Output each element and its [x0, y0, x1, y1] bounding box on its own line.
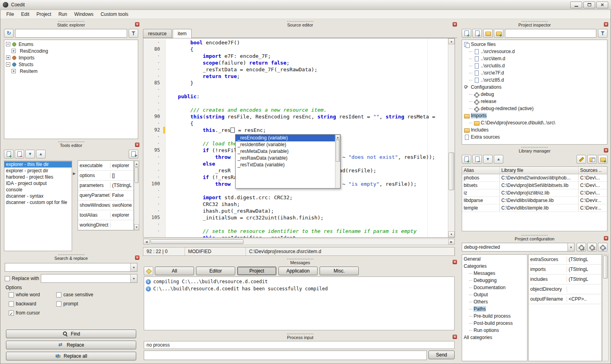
tool-list-item[interactable]: IDA - project output [4, 180, 72, 187]
property-row[interactable]: options [] [78, 171, 133, 181]
code-line[interactable]: 92 this._res = resEnc; [143, 127, 448, 133]
scroll-thumb[interactable] [150, 239, 244, 244]
library-row[interactable]: bitsets C:\Dev\dproj\bitSet\lib\bitsets.… [462, 182, 607, 189]
symbol-filter-input[interactable] [15, 29, 127, 38]
clone-config-button[interactable] [598, 243, 607, 252]
remove-config-button[interactable] [587, 243, 597, 252]
property-value[interactable]: (TStringL [567, 257, 601, 262]
property-row[interactable]: outputFilename <CPP>.. [529, 294, 601, 304]
add-library-folder-button[interactable] [598, 155, 607, 164]
dropdown-arrow-icon[interactable]: ▼ [130, 263, 137, 271]
checkbox-box[interactable] [56, 301, 61, 307]
code-line[interactable]: 85 } [143, 80, 448, 86]
tool-list-item[interactable]: dscanner - custom opt for file [4, 199, 72, 206]
scroll-left-arrow[interactable]: ◀ [143, 239, 150, 244]
tool-list-item[interactable]: explorer - project dir [4, 168, 72, 174]
dropdown-arrow-icon[interactable]: ▼ [567, 243, 574, 251]
completion-item[interactable]: _resMetaData (variable) [236, 148, 335, 155]
process-input-field[interactable] [144, 351, 427, 360]
category-item[interactable]: Run options [462, 327, 527, 334]
editor-vertical-scrollbar[interactable]: ▲ ▼ [448, 38, 455, 237]
filter-button[interactable] [129, 29, 138, 38]
code-line[interactable]: · /// creates and encodes a new resource… [143, 107, 448, 113]
replace-with-checkbox[interactable]: Replace with [5, 276, 39, 281]
property-row[interactable]: toolAlias explorer [78, 210, 133, 220]
scroll-thumb[interactable] [336, 140, 340, 162]
completion-list[interactable]: _resEncoding (variable)_resIdentifier (v… [236, 135, 335, 188]
scroll-up-arrow[interactable]: ▲ [134, 161, 139, 167]
panel-grip[interactable] [58, 254, 84, 255]
scroll-up-arrow[interactable]: ▲ [335, 135, 340, 139]
tree-item[interactable]: Source files [462, 41, 607, 48]
code-line[interactable]: · bool encodee7F() [143, 39, 448, 46]
category-item[interactable]: All categories [462, 334, 527, 341]
tree-item[interactable]: ..\src\item.d [462, 55, 607, 62]
configuration-combobox[interactable]: debug-redirected ▼ [462, 243, 575, 252]
expander-icon[interactable]: − [6, 42, 10, 46]
expander-icon[interactable]: + [6, 55, 10, 60]
option-checkbox[interactable]: whole word [9, 292, 56, 297]
tree-item[interactable]: ..\src\z85.d [462, 76, 607, 84]
tree-item[interactable]: + ResItem [4, 68, 138, 74]
library-row[interactable]: temple C:\Dev\dlibs\temple.lib C:\Dev\r.… [462, 204, 607, 212]
code-line[interactable]: · public: [143, 93, 448, 100]
completion-item[interactable]: _resEncoding (variable) [236, 135, 335, 141]
code-line[interactable]: · import e7F: encode_7F; [143, 53, 448, 59]
expander-icon[interactable]: + [11, 69, 16, 73]
send-button[interactable]: Send [428, 351, 455, 359]
category-item[interactable]: General [462, 255, 527, 263]
add-source-button[interactable] [462, 29, 471, 38]
panel-grip[interactable] [287, 259, 313, 259]
code-line[interactable]: · _resTxtData = encode_7F(_resRawData); [143, 66, 448, 73]
menu-item[interactable]: Custom tools [97, 10, 132, 18]
message-filter-button[interactable]: Misc. [320, 267, 359, 275]
property-row[interactable]: showWindows swoNone [78, 200, 133, 210]
property-value[interactable]: <CPP>.. [567, 296, 601, 302]
scroll-right-arrow[interactable]: ▶ [448, 239, 455, 244]
panel-grip[interactable] [287, 21, 313, 22]
column-header[interactable]: Library file [500, 167, 579, 174]
option-checkbox[interactable]: case sensitive [56, 292, 137, 297]
add-config-button[interactable] [577, 243, 586, 252]
panel-close-icon[interactable]: × [453, 22, 457, 27]
tree-item[interactable]: C:\Dev\dproj\resource.d\build\..\src\ [462, 119, 607, 126]
tree-item[interactable]: ..\src\e7F.d [462, 69, 607, 76]
category-item[interactable]: Others [462, 298, 527, 305]
remove-tool-button[interactable] [15, 150, 24, 158]
tree-item[interactable]: release [462, 98, 607, 105]
message-filter-button[interactable]: Application [278, 267, 318, 275]
option-checkbox[interactable]: from cursor [9, 310, 56, 316]
option-checkbox[interactable]: prompt [56, 301, 137, 307]
property-row[interactable]: extraSources (TStringL [529, 255, 601, 265]
panel-close-icon[interactable]: × [604, 22, 608, 27]
code-line[interactable]: 90 this(string resFile, ResEncoding resE… [143, 113, 448, 120]
message-categories-button[interactable] [144, 267, 153, 275]
refresh-button[interactable] [4, 29, 13, 38]
panel-grip[interactable] [287, 334, 313, 334]
titlebar[interactable]: Coedit × [0, 0, 611, 10]
replace-button[interactable]: Replace [6, 341, 136, 349]
tool-list-item[interactable]: dscanner - syntax [4, 193, 72, 199]
completion-item[interactable]: _resRawData (variable) [236, 155, 335, 162]
tree-item[interactable]: ..\src\resource.d [462, 48, 607, 55]
code-line[interactable]: · // sets the resource identifier to the… [143, 228, 448, 234]
scroll-down-arrow[interactable]: ▼ [134, 224, 139, 230]
code-line[interactable]: · ihash.put(_resRawData); [143, 208, 448, 214]
code-line[interactable]: · [143, 100, 448, 107]
tree-item[interactable]: Extra sources [462, 133, 607, 141]
checkbox-box[interactable] [5, 276, 10, 281]
panel-close-icon[interactable]: × [453, 335, 457, 339]
category-item[interactable]: Output [462, 291, 527, 298]
open-folder-button[interactable] [483, 29, 493, 38]
move-library-down-button[interactable] [483, 155, 493, 164]
category-item[interactable]: Documentation [462, 284, 527, 291]
property-value[interactable]: explorer [110, 212, 133, 218]
scroll-down-arrow[interactable]: ▼ [448, 231, 455, 237]
tree-item[interactable]: ..\src\utils.d [462, 62, 607, 69]
maximize-button[interactable] [583, 2, 595, 8]
search-term-combobox[interactable]: ▼ [5, 263, 137, 272]
property-row[interactable]: objectDirectory [529, 284, 601, 294]
tree-item[interactable]: Includes [462, 126, 607, 133]
filter-sources-button[interactable] [598, 29, 607, 38]
checkbox-box[interactable] [9, 292, 14, 297]
